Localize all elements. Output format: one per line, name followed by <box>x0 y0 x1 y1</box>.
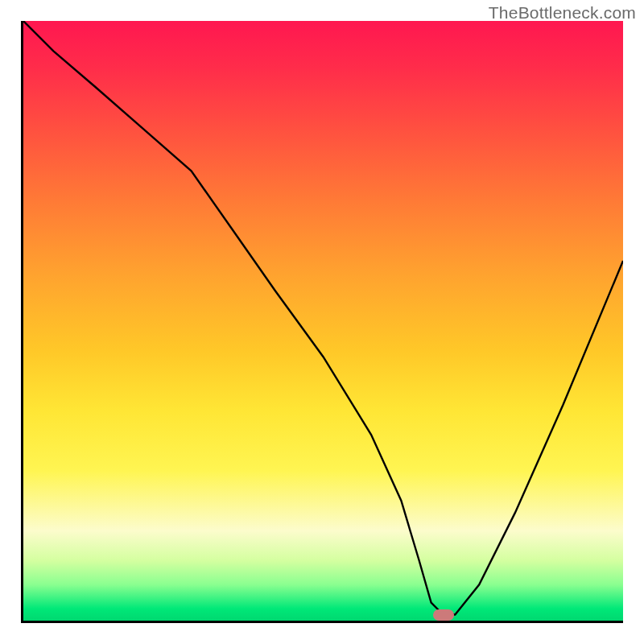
curve-layer <box>23 21 623 621</box>
optimal-point-marker <box>433 609 454 621</box>
bottleneck-chart: TheBottleneck.com <box>0 0 644 644</box>
bottleneck-curve-path <box>23 21 623 615</box>
watermark-text: TheBottleneck.com <box>489 3 636 23</box>
plot-area <box>21 21 623 623</box>
